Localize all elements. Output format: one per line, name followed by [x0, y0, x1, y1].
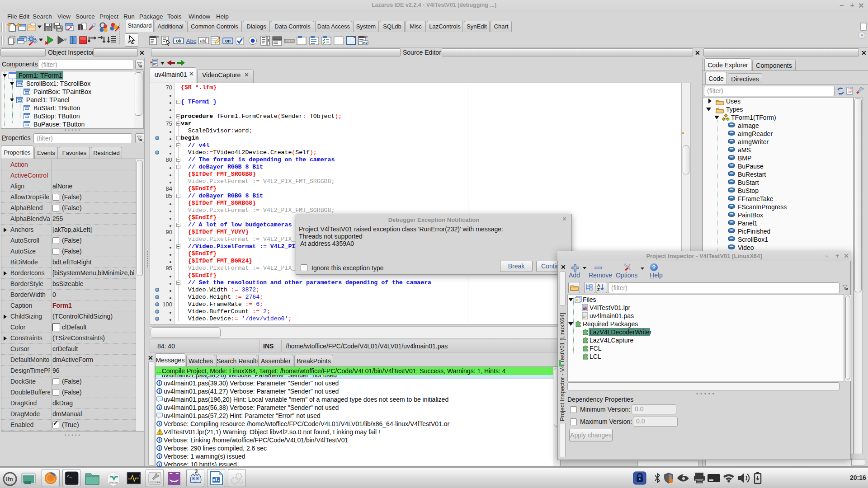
svg-text:Z: Z	[597, 287, 600, 292]
svg-text:d: d	[139, 474, 140, 477]
svg-text:Abc: Abc	[186, 38, 196, 44]
svg-text:ab: ab	[200, 38, 205, 43]
svg-text:>_: >_	[67, 474, 72, 479]
svg-text:Ok: Ok	[363, 41, 368, 45]
svg-text:on: on	[225, 38, 231, 43]
svg-text:VeraCrypt: VeraCrypt	[109, 482, 118, 484]
svg-text:Ok: Ok	[176, 39, 182, 43]
